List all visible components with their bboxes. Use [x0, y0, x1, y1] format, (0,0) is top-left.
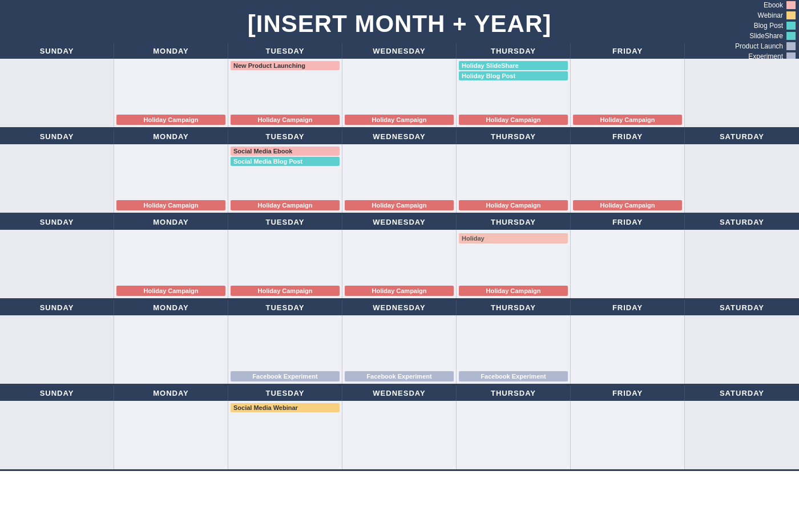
- campaign-tag: Holiday Campaign: [231, 286, 340, 296]
- events-area: [114, 401, 228, 453]
- day-cell-w4-d1: [114, 401, 228, 469]
- events-area: [114, 59, 228, 112]
- week-header-3: SUNDAYMONDAYTUESDAYWEDNESDAYTHURSDAYFRID…: [0, 300, 799, 315]
- day-cell-w3-d5: [571, 315, 685, 384]
- campaign-tag: Holiday Campaign: [116, 286, 225, 296]
- week-body-2: Holiday CampaignHoliday CampaignHoliday …: [0, 230, 799, 300]
- event-tag: Holiday Blog Post: [459, 71, 568, 80]
- day-cell-w0-d3: Holiday Campaign: [342, 59, 457, 127]
- day-cell-w1-d0: [0, 144, 114, 213]
- day-cell-w3-d1: [114, 315, 228, 384]
- legend-color: [786, 42, 796, 50]
- event-tag: Social Media Blog Post: [231, 157, 340, 166]
- events-area: [571, 401, 684, 453]
- legend-item: Webinar: [708, 10, 799, 21]
- campaign-tag: Holiday Campaign: [231, 115, 340, 125]
- campaign-bar: Holiday Campaign: [114, 283, 228, 298]
- events-area: [114, 315, 228, 368]
- campaign-bar: Holiday Campaign: [342, 112, 456, 127]
- events-area: [114, 230, 228, 283]
- day-header: WEDNESDAY: [342, 43, 457, 59]
- event-tag: Holiday: [459, 233, 568, 243]
- day-cell-w4-d0: [0, 401, 114, 469]
- day-header: FRIDAY: [571, 300, 685, 315]
- day-cell-w2-d2: Holiday Campaign: [228, 230, 342, 298]
- campaign-bar: Holiday Campaign: [228, 283, 342, 298]
- events-area: [342, 59, 456, 112]
- events-area: [571, 230, 684, 282]
- legend-label: Ebook: [764, 1, 783, 9]
- week-body-1: Holiday CampaignSocial Media EbookSocial…: [0, 144, 799, 214]
- day-header: THURSDAY: [457, 214, 571, 230]
- day-cell-w1-d3: Holiday Campaign: [342, 144, 457, 213]
- day-cell-w1-d2: Social Media EbookSocial Media Blog Post…: [228, 144, 342, 213]
- campaign-bar: Facebook Experiment: [342, 369, 456, 384]
- campaign-tag: Facebook Experiment: [345, 371, 454, 381]
- day-header: TUESDAY: [228, 129, 342, 144]
- week-body-4: Social Media Webinar: [0, 401, 799, 471]
- page-title: [INSERT MONTH + YEAR]: [0, 10, 799, 38]
- legend-label: Product Launch: [735, 42, 783, 50]
- day-header: FRIDAY: [571, 214, 685, 230]
- day-cell-w4-d5: [571, 401, 685, 469]
- campaign-tag: Facebook Experiment: [231, 371, 340, 381]
- day-header: MONDAY: [114, 129, 228, 144]
- campaign-bar: Holiday Campaign: [457, 198, 570, 213]
- events-area: [457, 315, 570, 369]
- campaign-tag: Holiday Campaign: [345, 200, 454, 210]
- day-header: WEDNESDAY: [342, 300, 457, 315]
- day-cell-w3-d6: [685, 315, 799, 384]
- campaign-tag: Holiday Campaign: [345, 115, 454, 125]
- day-cell-w3-d3: Facebook Experiment: [342, 315, 457, 384]
- events-area: [0, 315, 114, 368]
- campaign-bar: Facebook Experiment: [228, 369, 342, 384]
- day-cell-w2-d1: Holiday Campaign: [114, 230, 228, 298]
- events-area: [685, 315, 799, 368]
- day-header: THURSDAY: [457, 300, 571, 315]
- events-area: [342, 144, 456, 198]
- day-header: WEDNESDAY: [342, 214, 457, 230]
- campaign-bar: Holiday Campaign: [114, 198, 228, 213]
- campaign-bar: Holiday Campaign: [457, 112, 570, 127]
- events-area: [685, 230, 799, 282]
- day-header: TUESDAY: [228, 385, 342, 401]
- events-area: Social Media Webinar: [228, 401, 342, 453]
- legend-color: [786, 11, 796, 19]
- day-cell-w2-d3: Holiday Campaign: [342, 230, 457, 298]
- week-body-3: Facebook ExperimentFacebook ExperimentFa…: [0, 315, 799, 385]
- day-header: SUNDAY: [0, 129, 114, 144]
- campaign-tag: Holiday Campaign: [116, 115, 225, 125]
- day-cell-w2-d5: [571, 230, 685, 298]
- events-area: [0, 401, 114, 453]
- week-body-0: Holiday CampaignNew Product LaunchingHol…: [0, 59, 799, 129]
- day-header: SUNDAY: [0, 385, 114, 401]
- day-header: SATURDAY: [685, 129, 799, 144]
- campaign-tag: Holiday Campaign: [573, 200, 682, 210]
- campaign-bar: Holiday Campaign: [571, 198, 684, 213]
- events-area: [685, 401, 799, 453]
- day-header: MONDAY: [114, 300, 228, 315]
- day-header: MONDAY: [114, 43, 228, 59]
- day-header: THURSDAY: [457, 129, 571, 144]
- event-tag: Holiday SlideShare: [459, 61, 568, 70]
- day-header: WEDNESDAY: [342, 129, 457, 144]
- legend-item: Product Launch: [708, 41, 799, 51]
- calendar: SUNDAYMONDAYTUESDAYWEDNESDAYTHURSDAYFRID…: [0, 43, 799, 471]
- events-area: Holiday: [457, 230, 570, 283]
- day-header: TUESDAY: [228, 214, 342, 230]
- day-cell-w3-d2: Facebook Experiment: [228, 315, 342, 384]
- day-header: SUNDAY: [0, 43, 114, 59]
- events-area: [342, 230, 456, 283]
- day-header: TUESDAY: [228, 300, 342, 315]
- day-header: SATURDAY: [685, 214, 799, 230]
- campaign-tag: Holiday Campaign: [231, 200, 340, 210]
- campaign-bar: Facebook Experiment: [457, 369, 570, 384]
- events-area: Holiday SlideShareHoliday Blog Post: [457, 59, 570, 112]
- day-header: FRIDAY: [571, 385, 685, 401]
- day-cell-w1-d1: Holiday Campaign: [114, 144, 228, 213]
- day-header: THURSDAY: [457, 385, 571, 401]
- events-area: [685, 144, 799, 197]
- day-cell-w1-d5: Holiday Campaign: [571, 144, 685, 213]
- day-header: SATURDAY: [685, 385, 799, 401]
- events-area: [228, 230, 342, 283]
